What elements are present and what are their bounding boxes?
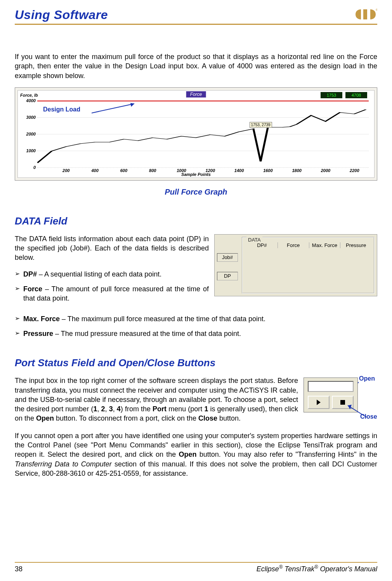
footer-manual-title: Eclipse® TensiTrak® Operator's Manual xyxy=(257,564,377,573)
x-tick: 1400 xyxy=(234,168,244,173)
svg-line-2 xyxy=(92,104,134,113)
chart-panel-title: Force xyxy=(186,91,206,97)
close-callout: Close xyxy=(360,413,377,420)
page-title: Using Software xyxy=(15,8,108,22)
y-tick: 0 xyxy=(33,165,36,170)
open-callout: Open xyxy=(359,375,375,382)
x-tick: 1800 xyxy=(292,168,301,173)
footer-rule xyxy=(15,562,377,563)
col-head-maxforce: Max. Force xyxy=(309,242,341,248)
port-paragraph-2: If you cannot open a port after you have… xyxy=(15,431,377,478)
col-head-dp: DP# xyxy=(246,242,278,248)
arrow-icon xyxy=(92,102,138,114)
x-tick: 400 xyxy=(91,168,98,173)
list-item: Pressure – The mud pressure measured at … xyxy=(23,329,377,338)
readout-x: 1753 xyxy=(321,92,342,98)
data-field-intro: The DATA field lists information about e… xyxy=(15,234,209,263)
col-head-force: Force xyxy=(278,242,309,248)
x-tick: 800 xyxy=(149,168,156,173)
data-group-title: DATA xyxy=(246,237,262,243)
col-head-pressure: Pressure xyxy=(340,242,371,248)
plot-area: 4000 3000 2000 1000 0 200 400 600 800 10… xyxy=(37,101,369,167)
list-item: Max. Force – The maximum pull force meas… xyxy=(23,314,377,324)
svg-rect-0 xyxy=(363,9,367,19)
job-number-label: Job# xyxy=(217,253,238,262)
design-load-callout: Design Load xyxy=(42,106,82,113)
section-heading-port: Port Status Field and Open/Close Buttons xyxy=(15,357,377,369)
y-tick: 1000 xyxy=(26,148,36,153)
x-tick: 1600 xyxy=(263,168,272,173)
list-item: DP# – A sequential listing of each data … xyxy=(23,270,209,279)
port-status-panel: Open Close xyxy=(304,376,377,423)
section-heading-data: DATA Field xyxy=(15,215,377,227)
svg-text:®: ® xyxy=(376,9,377,11)
data-field-panel: Job# DP DATA DP# Force Max. Force Pressu… xyxy=(214,234,377,296)
port-display xyxy=(308,381,354,392)
y-axis-label: Force, lb xyxy=(20,93,38,97)
y-tick: 4000 xyxy=(26,98,36,103)
header-rule xyxy=(15,24,377,25)
open-button[interactable] xyxy=(308,396,330,409)
x-tick: 200 xyxy=(62,168,69,173)
page-number: 38 xyxy=(15,565,23,573)
list-item: Force – The amount of pull force mea­sur… xyxy=(23,284,209,303)
svg-marker-7 xyxy=(348,405,352,409)
x-tick: 2000 xyxy=(321,168,330,173)
port-paragraph-1: The input box in the top right corner of… xyxy=(15,376,298,423)
intro-paragraph: If you want to enter the maximum pull fo… xyxy=(15,52,377,80)
x-tick: 2200 xyxy=(350,168,359,173)
cursor-tooltip: 1753, 2739 xyxy=(250,122,272,128)
force-graph-figure: Force Force, lb Sample Points 4000 3000 … xyxy=(15,87,377,181)
x-tick: 600 xyxy=(120,168,127,173)
dp-label: DP xyxy=(217,272,238,280)
x-tick: 1200 xyxy=(206,168,215,173)
dci-logo: ® xyxy=(354,8,377,21)
force-series xyxy=(37,101,369,167)
x-tick: 1000 xyxy=(177,168,186,173)
figure-caption: Pull Force Graph xyxy=(15,188,377,197)
y-tick: 3000 xyxy=(26,115,36,120)
readout-force: 4708 xyxy=(345,92,367,98)
y-tick: 2000 xyxy=(26,132,36,136)
